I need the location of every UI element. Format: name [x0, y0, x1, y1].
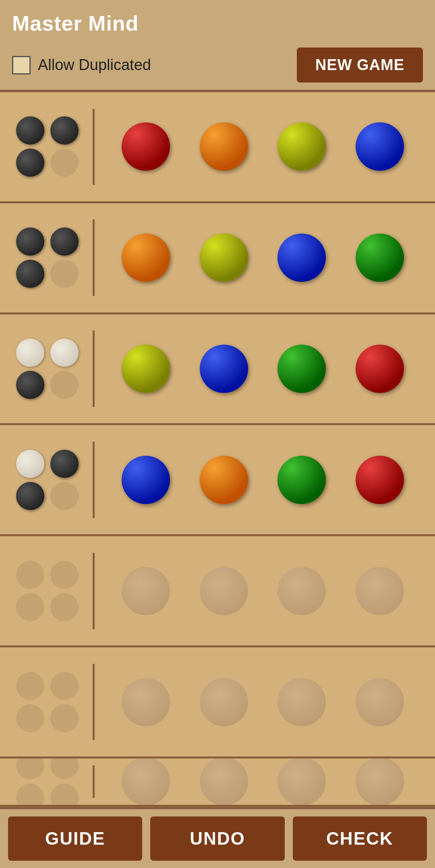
guess-row-1	[0, 92, 435, 203]
gem-red[interactable]	[356, 456, 404, 504]
allow-duplicated-container: Allow Duplicated	[12, 56, 151, 74]
hint-peg	[16, 260, 44, 288]
hint-area-4	[8, 444, 89, 516]
gem-red[interactable]	[356, 345, 404, 393]
gem-empty[interactable]	[278, 678, 326, 726]
hint-peg	[16, 783, 44, 807]
gem-yellow[interactable]	[278, 122, 326, 171]
hint-peg	[50, 116, 79, 145]
hint-peg	[50, 783, 79, 807]
guess-row-6	[0, 647, 435, 758]
guide-button[interactable]: GUIDE	[8, 816, 142, 861]
guess-area-6	[99, 674, 427, 730]
hint-peg	[16, 704, 44, 732]
hint-peg	[16, 149, 44, 177]
gem-red[interactable]	[122, 122, 170, 171]
hint-area-6	[8, 666, 89, 738]
gem-blue[interactable]	[200, 345, 248, 393]
allow-duplicated-checkbox[interactable]	[12, 56, 31, 74]
hint-peg-white	[16, 450, 44, 478]
hint-peg	[50, 227, 79, 256]
guess-row-4	[0, 425, 435, 536]
check-button[interactable]: CHECK	[293, 816, 427, 861]
gem-empty[interactable]	[200, 678, 248, 726]
gem-empty[interactable]	[122, 678, 170, 726]
hint-area-3	[8, 333, 89, 405]
hint-peg	[16, 593, 44, 621]
app: Master Mind Allow Duplicated NEW GAME	[0, 0, 435, 868]
gem-green[interactable]	[356, 234, 404, 282]
gem-blue[interactable]	[356, 122, 404, 171]
hint-peg	[16, 672, 44, 700]
hint-peg	[50, 704, 79, 732]
undo-button[interactable]: UNDO	[150, 816, 284, 861]
hint-area-1	[8, 110, 89, 183]
app-title: Master Mind	[12, 11, 139, 35]
gem-orange[interactable]	[200, 456, 248, 504]
guess-area-1	[99, 118, 427, 175]
hint-peg-white	[16, 339, 44, 367]
gem-empty[interactable]	[356, 678, 404, 726]
gem-green[interactable]	[278, 345, 326, 393]
row-divider	[93, 219, 95, 296]
hint-peg-white	[50, 339, 79, 367]
hint-peg	[50, 593, 79, 621]
hint-peg	[50, 482, 79, 510]
gem-blue[interactable]	[278, 234, 326, 282]
gem-green[interactable]	[278, 456, 326, 504]
guess-area-4	[99, 452, 427, 508]
hint-area-2	[8, 221, 89, 294]
gem-empty[interactable]	[356, 758, 404, 806]
hint-peg	[50, 260, 79, 288]
hint-peg	[16, 758, 44, 780]
guess-row-7-partial	[0, 758, 435, 807]
hint-area-7	[8, 758, 89, 807]
hint-peg	[50, 672, 79, 700]
gem-yellow[interactable]	[200, 234, 248, 282]
gem-empty[interactable]	[200, 758, 248, 806]
guess-area-2	[99, 229, 427, 286]
gem-empty[interactable]	[278, 567, 326, 615]
new-game-button[interactable]: NEW GAME	[297, 48, 423, 83]
row-divider	[93, 664, 95, 740]
hint-peg	[16, 116, 44, 145]
gem-blue[interactable]	[122, 456, 170, 504]
hint-peg	[50, 561, 79, 589]
guess-area-5	[99, 563, 427, 619]
row-divider	[93, 331, 95, 407]
hint-peg	[16, 371, 44, 399]
guess-row-2	[0, 203, 435, 314]
controls-bar: Allow Duplicated NEW GAME	[0, 43, 435, 90]
hint-peg	[50, 758, 79, 780]
row-divider	[93, 765, 95, 798]
hint-peg	[16, 227, 44, 256]
row-divider	[93, 109, 95, 185]
gem-empty[interactable]	[278, 758, 326, 806]
allow-duplicated-label: Allow Duplicated	[38, 56, 151, 74]
hint-peg	[16, 482, 44, 510]
board	[0, 90, 435, 809]
hint-area-5	[8, 555, 89, 627]
guess-row-5	[0, 536, 435, 647]
guess-area-3	[99, 341, 427, 397]
row-divider	[93, 442, 95, 518]
gem-orange[interactable]	[200, 122, 248, 171]
guess-row-3	[0, 314, 435, 426]
hint-peg	[50, 450, 79, 478]
hint-peg	[50, 371, 79, 399]
gem-empty[interactable]	[122, 758, 170, 806]
gem-empty[interactable]	[122, 567, 170, 615]
header: Master Mind	[0, 0, 435, 43]
gem-empty[interactable]	[200, 567, 248, 615]
gem-orange[interactable]	[122, 234, 170, 282]
hint-peg	[50, 149, 79, 177]
hint-peg	[16, 561, 44, 589]
bottom-buttons: GUIDE UNDO CHECK	[0, 809, 435, 868]
guess-area-7	[99, 758, 427, 807]
row-divider	[93, 553, 95, 629]
gem-empty[interactable]	[356, 567, 404, 615]
gem-yellow[interactable]	[122, 345, 170, 393]
